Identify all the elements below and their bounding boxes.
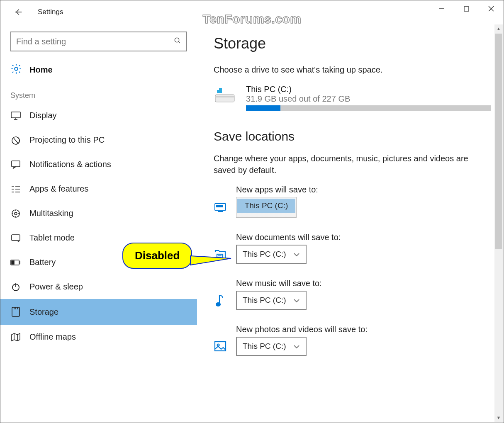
svg-point-17 [15, 212, 17, 215]
documents-save-value: This PC (C:) [243, 250, 286, 259]
svg-rect-33 [217, 88, 219, 90]
svg-rect-30 [215, 95, 234, 102]
sidebar-section-header: System [0, 81, 197, 103]
sidebar-item-multitasking[interactable]: Multitasking [0, 201, 197, 226]
sidebar-item-label: Offline maps [29, 332, 76, 342]
tablet-icon [10, 234, 21, 242]
apps-icon [10, 185, 21, 193]
scrollbar-thumb[interactable] [495, 34, 502, 249]
minimize-icon [438, 6, 444, 12]
search-icon [174, 37, 181, 46]
svg-rect-20 [12, 261, 14, 264]
svg-rect-18 [12, 235, 20, 241]
save-documents-label: New documents will save to: [236, 233, 491, 242]
photos-save-value: This PC (C:) [243, 342, 286, 351]
home-nav[interactable]: Home [0, 58, 197, 81]
music-save-value: This PC (C:) [243, 296, 286, 305]
apps-save-value: This PC (C:) [237, 199, 295, 213]
sidebar-item-notifications[interactable]: Notifications & actions [0, 152, 197, 177]
svg-rect-1 [464, 7, 469, 11]
callout: Disabled [122, 243, 192, 269]
page-subtitle: Choose a drive to see what's taking up s… [214, 64, 491, 75]
display-icon [10, 112, 21, 120]
notifications-icon [10, 160, 21, 169]
chevron-down-icon [293, 342, 300, 351]
sidebar-item-storage[interactable]: Storage [0, 299, 197, 325]
sidebar: Home System Display Projecting to this P… [0, 23, 197, 423]
sidebar-item-offline-maps[interactable]: Offline maps [0, 325, 197, 349]
svg-point-4 [15, 67, 17, 70]
svg-point-42 [216, 303, 220, 306]
titlebar: Settings [0, 0, 504, 23]
svg-rect-5 [11, 112, 20, 118]
svg-rect-43 [215, 342, 226, 351]
search-input[interactable] [16, 37, 174, 46]
svg-rect-31 [215, 96, 234, 97]
drive-bar-fill [246, 105, 280, 111]
save-music-label: New music will save to: [236, 279, 491, 288]
sidebar-item-label: Multitasking [29, 209, 73, 218]
multitasking-icon [10, 209, 21, 218]
scroll-up-icon[interactable]: ▲ [494, 24, 503, 33]
window-controls [429, 0, 504, 17]
chevron-down-icon [293, 250, 300, 259]
sidebar-item-label: Tablet mode [29, 233, 75, 243]
gear-icon [10, 63, 22, 76]
maximize-button[interactable] [454, 0, 479, 17]
callout-text: Disabled [135, 249, 180, 262]
close-icon [488, 6, 494, 12]
storage-icon [10, 306, 21, 317]
sidebar-item-display[interactable]: Display [0, 103, 197, 128]
sidebar-item-power[interactable]: Power & sleep [0, 275, 197, 299]
photos-type-icon [214, 341, 227, 352]
photos-save-dropdown[interactable]: This PC (C:) [236, 337, 307, 356]
save-photos-label: New photos and videos will save to: [236, 325, 491, 334]
projecting-icon [10, 136, 21, 145]
sidebar-item-projecting[interactable]: Projecting to this PC [0, 128, 197, 152]
save-locations-heading: Save locations [214, 129, 491, 143]
sidebar-item-label: Display [29, 111, 57, 120]
sidebar-item-label: Projecting to this PC [29, 135, 105, 145]
maximize-icon [464, 6, 469, 12]
svg-rect-9 [12, 161, 20, 167]
arrow-left-icon [14, 7, 23, 17]
save-locations-description: Change where your apps, documents, music… [214, 153, 491, 176]
documents-save-dropdown[interactable]: This PC (C:) [236, 245, 307, 264]
content: Storage Choose a drive to see what's tak… [197, 23, 504, 423]
page-title: Storage [214, 35, 491, 52]
save-apps-label: New apps will save to: [236, 185, 491, 194]
drive-row[interactable]: This PC (C:) 31.9 GB used out of 227 GB [214, 85, 491, 111]
sidebar-item-label: Notifications & actions [29, 160, 111, 169]
battery-icon [10, 259, 21, 266]
home-label: Home [29, 65, 53, 75]
drive-name: This PC (C:) [246, 85, 491, 94]
drive-icon [214, 87, 236, 105]
sidebar-item-apps[interactable]: Apps & features [0, 177, 197, 201]
close-button[interactable] [479, 0, 504, 17]
svg-line-3 [178, 41, 180, 43]
music-save-dropdown[interactable]: This PC (C:) [236, 291, 307, 310]
save-documents-block: New documents will save to: This PC (C:) [214, 233, 491, 264]
save-apps-block: New apps will save to: This PC (C:) [214, 185, 491, 218]
drive-bar [246, 105, 491, 111]
save-photos-block: New photos and videos will save to: This… [214, 325, 491, 356]
drive-usage: 31.9 GB used out of 227 GB [246, 94, 491, 104]
sidebar-item-label: Apps & features [29, 184, 88, 194]
chevron-down-icon [293, 296, 300, 305]
apps-save-dropdown: This PC (C:) [236, 197, 297, 218]
scrollbar[interactable]: ▲ ▼ [494, 24, 503, 422]
svg-point-2 [175, 38, 179, 42]
sidebar-item-label: Battery [29, 258, 56, 267]
callout-bubble: Disabled [122, 243, 192, 269]
power-icon [10, 282, 21, 292]
maps-icon [10, 333, 21, 342]
minimize-button[interactable] [429, 0, 454, 17]
svg-rect-35 [217, 206, 219, 207]
save-music-block: New music will save to: This PC (C:) [214, 279, 491, 310]
svg-rect-36 [220, 206, 221, 207]
svg-rect-37 [222, 206, 223, 207]
scroll-down-icon[interactable]: ▼ [494, 413, 503, 422]
music-type-icon [214, 294, 227, 307]
back-button[interactable] [10, 4, 26, 20]
search-box[interactable] [10, 32, 187, 51]
